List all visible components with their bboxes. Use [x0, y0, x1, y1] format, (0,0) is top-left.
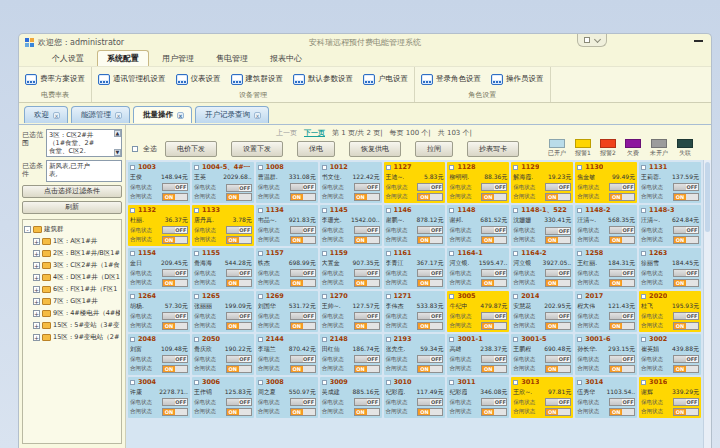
switch-state-toggle[interactable]: ON: [226, 408, 252, 416]
select-all-checkbox[interactable]: [132, 146, 138, 152]
card-checkbox[interactable]: [130, 337, 135, 342]
power-protect-toggle[interactable]: OFF: [226, 184, 252, 192]
switch-state-toggle[interactable]: ON: [545, 408, 571, 416]
minimize-icon[interactable]: [694, 40, 703, 42]
card-checkbox[interactable]: [449, 165, 454, 170]
switch-state-toggle[interactable]: ON: [354, 236, 380, 244]
power-protect-toggle[interactable]: OFF: [481, 312, 507, 320]
toolbar-button-抄表写卡[interactable]: 抄表写卡: [467, 141, 519, 157]
switch-state-toggle[interactable]: ON: [354, 193, 380, 201]
ribbon-button-通讯管理机设置[interactable]: 通讯管理机设置: [98, 74, 166, 85]
card-checkbox[interactable]: [322, 294, 327, 299]
toolbar-button-设置下发[interactable]: 设置下发: [231, 141, 283, 157]
card-checkbox[interactable]: [130, 165, 135, 170]
tree-node[interactable]: +1区：A区1#井: [24, 235, 120, 247]
switch-state-toggle[interactable]: ON: [673, 408, 699, 416]
meter-card[interactable]: 2193张先生.59.34元保电状态OFF合闸状态ON: [384, 334, 446, 375]
switch-state-toggle[interactable]: ON: [354, 408, 380, 416]
card-checkbox[interactable]: [194, 251, 199, 256]
switch-state-toggle[interactable]: ON: [417, 193, 443, 201]
card-checkbox[interactable]: [130, 380, 135, 385]
power-protect-toggle[interactable]: OFF: [162, 183, 188, 191]
switch-state-toggle[interactable]: ON: [417, 236, 443, 244]
switch-state-toggle[interactable]: ON: [673, 365, 699, 373]
power-protect-toggle[interactable]: OFF: [290, 355, 316, 363]
switch-state-toggle[interactable]: ON: [609, 365, 635, 373]
switch-state-toggle[interactable]: ON: [162, 365, 188, 373]
meter-card[interactable]: 1148-3汪清~.624.84元保电状态OFF合闸状态ON: [639, 205, 701, 246]
switch-state-toggle[interactable]: ON: [673, 193, 699, 201]
prev-page-link[interactable]: 上一页: [276, 128, 297, 138]
switch-state-toggle[interactable]: ON: [609, 193, 635, 201]
meter-card[interactable]: 1164-1河立银.1595.47..保电状态OFF合闸状态ON: [447, 248, 509, 289]
meter-card[interactable]: 1148-1、522沈姗姗330.41元保电状态OFF合闸状态ON: [511, 205, 573, 246]
meter-card[interactable]: 1269刘国华531.72元保电状态OFF合闸状态ON: [256, 291, 318, 332]
card-checkbox[interactable]: [641, 251, 646, 256]
meter-card[interactable]: 1146谢鹏~.878.12元保电状态OFF合闸状态ON: [384, 205, 446, 246]
menu-item-个人设置[interactable]: 个人设置: [43, 51, 93, 66]
card-checkbox[interactable]: [194, 294, 199, 299]
expand-icon[interactable]: +: [33, 310, 40, 317]
card-checkbox[interactable]: [386, 294, 391, 299]
meter-card[interactable]: 1134韦品~.921.83元保电状态OFF合闸状态ON: [256, 205, 318, 246]
power-protect-toggle[interactable]: OFF: [162, 355, 188, 363]
switch-state-toggle[interactable]: ON: [609, 236, 635, 244]
tab-能源管理[interactable]: 能源管理x: [71, 106, 130, 123]
switch-state-toggle[interactable]: ON: [226, 193, 252, 201]
switch-state-toggle[interactable]: ON: [545, 236, 571, 244]
card-checkbox[interactable]: [641, 208, 646, 213]
meter-card[interactable]: 3011纪彩霞346.08元保电状态OFF合闸状态ON: [447, 377, 509, 418]
power-protect-toggle[interactable]: OFF: [162, 398, 188, 406]
selected-condition-listbox[interactable]: 新风表,已开户表,: [46, 160, 122, 182]
power-protect-toggle[interactable]: OFF: [290, 312, 316, 320]
tab-开户记录查询[interactable]: 开户记录查询x: [195, 106, 269, 123]
tree-node[interactable]: +2区：B区1#井/B区1#: [24, 247, 120, 259]
power-protect-toggle[interactable]: OFF: [417, 312, 443, 320]
meter-card[interactable]: 1265张丽丽199.09元保电状态OFF合闸状态ON: [192, 291, 254, 332]
power-protect-toggle[interactable]: OFF: [354, 355, 380, 363]
meter-card[interactable]: 1133唐丹真.3.78元保电状态OFF合闸状态ON: [192, 205, 254, 246]
tree-node[interactable]: +6区：F区1#井（F区1: [24, 283, 120, 295]
power-protect-toggle[interactable]: OFF: [481, 355, 507, 363]
power-protect-toggle[interactable]: OFF: [226, 226, 252, 234]
meter-card[interactable]: 2050贵庆欣190.22元保电状态OFF合闸状态ON: [192, 334, 254, 375]
meter-card[interactable]: 3005牛纪中479.87元保电状态OFF合闸状态ON: [447, 291, 509, 332]
meter-card[interactable]: 3014伍秀华1103.54..保电状态OFF合闸状态ON: [575, 377, 637, 418]
meter-card[interactable]: 3002崔英娟439.88元保电状态OFF合闸状态ON: [639, 334, 701, 375]
power-protect-toggle[interactable]: OFF: [354, 226, 380, 234]
switch-state-toggle[interactable]: ON: [609, 408, 635, 416]
tab-批量操作[interactable]: 批量操作x: [133, 106, 192, 123]
card-checkbox[interactable]: [130, 251, 135, 256]
card-checkbox[interactable]: [258, 380, 263, 385]
power-protect-toggle[interactable]: OFF: [226, 355, 252, 363]
power-protect-toggle[interactable]: OFF: [481, 269, 507, 277]
meter-card[interactable]: 1130焦金敏99.49元保电状态OFF合闸状态ON: [575, 162, 637, 203]
switch-state-toggle[interactable]: ON: [354, 279, 380, 287]
scroll-down-icon[interactable]: ▼: [114, 149, 121, 156]
switch-state-toggle[interactable]: ON: [417, 365, 443, 373]
meter-card[interactable]: 2144李瑞兰870.42元保电状态OFF合闸状态ON: [256, 334, 318, 375]
tree-node[interactable]: +15区：5#变站（3#变: [24, 319, 120, 331]
switch-state-toggle[interactable]: ON: [481, 365, 507, 373]
meter-card[interactable]: 1003王俊148.94元保电状态OFF合闸状态ON: [128, 162, 190, 203]
meter-card[interactable]: 1132杜丽.36.37元保电状态OFF合闸状态ON: [128, 205, 190, 246]
toolbar-button-拉闸[interactable]: 拉闸: [415, 141, 453, 157]
ribbon-button-费率方案设置[interactable]: 费率方案设置: [25, 74, 85, 85]
switch-state-toggle[interactable]: ON: [481, 322, 507, 330]
card-checkbox[interactable]: [577, 251, 582, 256]
card-checkbox[interactable]: [386, 165, 391, 170]
meter-card[interactable]: 1148谢邦.681.52元保电状态OFF合闸状态ON: [447, 205, 509, 246]
switch-state-toggle[interactable]: ON: [354, 365, 380, 373]
power-protect-toggle[interactable]: OFF: [162, 269, 188, 277]
power-protect-toggle[interactable]: OFF: [545, 398, 571, 406]
switch-state-toggle[interactable]: ON: [290, 193, 316, 201]
tree-node[interactable]: +15区：9#变电站（2#: [24, 331, 120, 343]
card-checkbox[interactable]: [577, 208, 582, 213]
tree-node[interactable]: +9区：4#楼电井（4#楼: [24, 307, 120, 319]
meter-card[interactable]: 1264胡杨.57.30元保电状态OFF合闸状态ON: [128, 291, 190, 332]
power-protect-toggle[interactable]: OFF: [290, 183, 316, 191]
menu-item-系统配置[interactable]: 系统配置: [97, 50, 149, 66]
card-checkbox[interactable]: [130, 294, 135, 299]
switch-state-toggle[interactable]: ON: [609, 322, 635, 330]
ribbon-button-登录角色设置[interactable]: 登录角色设置: [421, 74, 481, 85]
